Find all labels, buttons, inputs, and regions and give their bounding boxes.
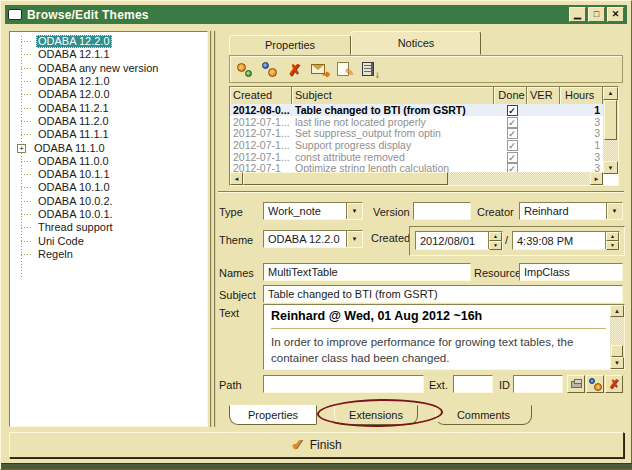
notices-toolbar: ✗ ➜ ✎ ↓ — [229, 55, 623, 83]
scroll-down-icon[interactable]: ▼ — [610, 357, 624, 369]
done-checkbox[interactable]: ✓ — [507, 117, 518, 128]
tree-item[interactable]: ODABA 12.2.0 — [14, 35, 205, 48]
print-icon — [571, 381, 582, 388]
table-cell: const attribute removed — [292, 151, 494, 163]
column-header-done[interactable]: Done — [494, 87, 527, 104]
print-button[interactable] — [567, 375, 585, 393]
scroll-thumb[interactable] — [243, 172, 448, 185]
panel-splitter[interactable] — [210, 31, 217, 427]
scroll-thumb[interactable] — [611, 345, 623, 357]
done-checkbox[interactable]: ✓ — [507, 152, 518, 163]
finish-button[interactable]: ✔ Finish — [9, 432, 624, 458]
maximize-button[interactable]: □ — [588, 7, 605, 22]
table-horizontal-scrollbar[interactable]: ◄ ► — [230, 172, 603, 185]
scroll-thumb[interactable] — [604, 100, 617, 140]
notices-rows: 2012-08-0...Table changed to BTI (from G… — [230, 104, 603, 174]
link-note-icon — [589, 378, 602, 391]
table-row[interactable]: 2012-08-0...Table changed to BTI (from G… — [230, 104, 603, 116]
done-checkbox[interactable]: ✓ — [507, 105, 518, 116]
scroll-left-icon[interactable]: ◄ — [230, 172, 243, 185]
creator-select[interactable]: Reinhard ▼ — [519, 202, 623, 220]
chevron-down-icon[interactable]: ▼ — [606, 203, 622, 219]
created-date-spinner[interactable]: 2012/08/01 ▲▼ — [415, 231, 503, 250]
table-row[interactable]: 2012-07-1...Set suppress_output from opt… — [230, 127, 603, 139]
text-vertical-scrollbar[interactable]: ▲ ▼ — [610, 305, 624, 369]
tree-connector-icon — [21, 254, 33, 255]
tree-connector-icon — [21, 54, 33, 55]
spin-down-icon[interactable]: ▼ — [606, 241, 619, 250]
names-field[interactable]: MultiTextTable — [263, 263, 471, 281]
text-editor[interactable]: Reinhard @ Wed, 01 Aug 2012 ~16h In orde… — [263, 304, 625, 370]
tree-connector-icon — [21, 81, 33, 82]
tree-item[interactable]: ODABA 12.1.0 — [14, 75, 205, 88]
done-checkbox[interactable]: ✓ — [507, 140, 518, 151]
path-label: Path — [219, 379, 242, 391]
created-time-spinner[interactable]: 4:39:08 PM ▲▼ — [512, 231, 620, 250]
spin-up-icon[interactable]: ▲ — [489, 232, 502, 241]
resource-label: Resource — [474, 267, 521, 279]
table-row[interactable]: 2012-07-1...const attribute removed✓3 — [230, 151, 603, 163]
tab-comments[interactable]: Comments — [435, 405, 532, 425]
tab-properties-bottom[interactable]: Properties — [229, 405, 317, 425]
ext-field[interactable] — [453, 375, 493, 393]
new-note-icon[interactable] — [236, 61, 253, 78]
tree-item[interactable]: ODABA 10.1.1 — [14, 168, 205, 181]
tab-notices[interactable]: Notices — [351, 31, 481, 55]
tree-item[interactable]: ODABA 10.0.1. — [14, 208, 205, 221]
done-checkbox[interactable]: ✓ — [507, 128, 518, 139]
tree-item[interactable]: Uni Code — [14, 234, 205, 247]
titlebar[interactable]: Browse/Edit Themes ▁ □ ✕ — [5, 5, 627, 24]
id-field[interactable] — [513, 375, 563, 393]
scroll-down-icon[interactable]: ▼ — [603, 161, 618, 174]
close-button[interactable]: ✕ — [607, 7, 624, 22]
tree-item[interactable]: ODABA 11.2.1 — [14, 101, 205, 114]
tree-item[interactable]: ODABA 10.1.0 — [14, 181, 205, 194]
column-header-created[interactable]: Created — [230, 87, 292, 104]
spin-up-icon[interactable]: ▲ — [606, 232, 619, 241]
delete-button[interactable]: ✗ — [605, 375, 623, 393]
browse-edit-themes-dialog: Browse/Edit Themes ▁ □ ✕ ODABA 12.2.0ODA… — [0, 0, 632, 470]
tree-item[interactable]: ODABA any new version — [14, 62, 205, 75]
link-note-icon[interactable] — [261, 61, 278, 78]
report-icon[interactable]: ↓ — [361, 61, 378, 78]
version-field[interactable] — [413, 202, 471, 220]
tree-item[interactable]: Regeln — [14, 248, 205, 261]
tree-item[interactable]: Thread support — [14, 221, 205, 234]
tree-item[interactable]: ODABA 12.0.0 — [14, 88, 205, 101]
tree-item[interactable]: ODABA 10.0.2. — [14, 195, 205, 208]
delete-note-icon[interactable]: ✗ — [286, 61, 303, 78]
scroll-up-icon[interactable]: ▲ — [603, 87, 618, 100]
table-vertical-scrollbar[interactable]: ▲ ▼ — [603, 87, 618, 174]
spin-down-icon[interactable]: ▼ — [489, 241, 502, 250]
scroll-right-icon[interactable]: ► — [590, 172, 603, 185]
tree-item[interactable]: +ODABA 11.1.0 — [14, 141, 205, 154]
column-header-ver[interactable]: VER — [527, 87, 560, 104]
scroll-up-icon[interactable]: ▲ — [610, 305, 624, 317]
minimize-button[interactable]: ▁ — [569, 7, 586, 22]
tree-item[interactable]: ODABA 11.1.1 — [14, 128, 205, 141]
column-header-hours[interactable]: Hours — [560, 87, 603, 104]
link-button[interactable] — [586, 375, 604, 393]
expand-plus-icon[interactable]: + — [17, 144, 26, 153]
chevron-down-icon[interactable]: ▼ — [346, 203, 362, 219]
tree-item-label: ODABA 11.1.1 — [36, 128, 111, 141]
path-field[interactable] — [263, 375, 424, 393]
send-mail-icon[interactable]: ➜ — [311, 61, 328, 78]
chevron-down-icon[interactable]: ▼ — [346, 231, 362, 247]
tree-item[interactable]: ODABA 12.1.1 — [14, 48, 205, 61]
text-rule — [271, 328, 606, 329]
tree-item[interactable]: ODABA 11.2.0 — [14, 115, 205, 128]
type-select[interactable]: Work_note ▼ — [263, 202, 363, 220]
tab-extensions[interactable]: Extensions — [334, 405, 418, 425]
edit-note-icon[interactable]: ✎ — [336, 61, 353, 78]
subject-field[interactable]: Table changed to BTI (from GSRT) — [263, 285, 623, 303]
subject-label: Subject — [219, 289, 256, 301]
tab-properties-top[interactable]: Properties — [229, 35, 351, 55]
column-header-subject[interactable]: Subject — [292, 87, 494, 104]
theme-tree[interactable]: ODABA 12.2.0ODABA 12.1.1ODABA any new ve… — [9, 31, 208, 427]
theme-select[interactable]: ODABA 12.2.0 ▼ — [263, 230, 363, 248]
table-row[interactable]: 2012-07-1...last line not located proper… — [230, 116, 603, 128]
tree-item[interactable]: ODABA 11.0.0 — [14, 155, 205, 168]
resource-field[interactable]: ImpClass — [519, 263, 623, 281]
table-row[interactable]: 2012-07-1...Support progress display✓1 — [230, 139, 603, 151]
